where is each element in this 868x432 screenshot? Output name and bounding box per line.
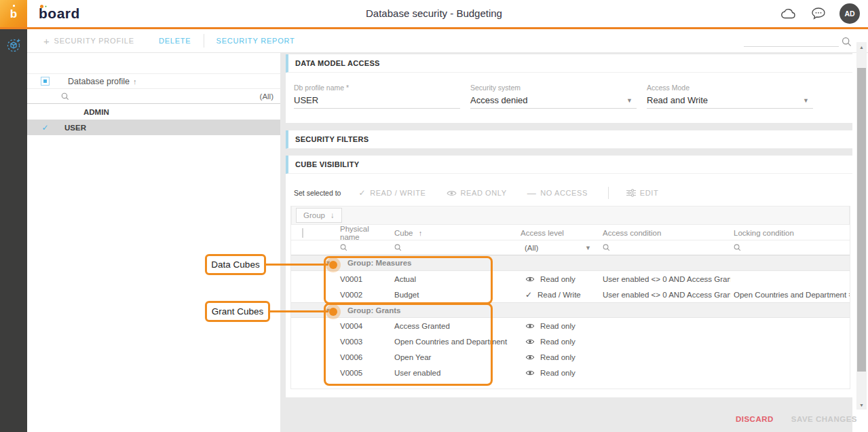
cube-row-v0002[interactable]: V0002 Budget ✓Read / Write User enabled …: [291, 287, 850, 302]
profiles-panel: Database profile ↑ (All) ADMIN ✓ USER: [27, 53, 280, 432]
left-rail: [0, 29, 27, 432]
plus-icon: +: [43, 35, 50, 47]
chat-icon[interactable]: [810, 5, 827, 22]
vertical-scrollbar[interactable]: ▲ ▼: [856, 42, 867, 410]
chevron-down-icon: ▼: [626, 97, 637, 104]
col-access-condition[interactable]: Access condition: [599, 229, 730, 237]
sliders-icon: [626, 189, 636, 197]
cube-visibility-header[interactable]: CUBE VISIBILITY: [286, 156, 852, 174]
collapse-caret-icon[interactable]: ▼: [325, 259, 331, 266]
profiles-column-header[interactable]: Database profile: [68, 77, 130, 86]
eye-icon: [525, 370, 535, 376]
cloud-icon[interactable]: [780, 5, 797, 22]
col-access-level[interactable]: Access level: [518, 229, 599, 237]
read-write-button[interactable]: ✓ READ / WRITE: [358, 188, 426, 198]
add-security-profile-button[interactable]: + SECURITY PROFILE: [31, 29, 147, 52]
action-toolbar: + SECURITY PROFILE DELETE SECURITY REPOR…: [27, 29, 868, 53]
save-changes-button[interactable]: SAVE CHANGES: [791, 415, 857, 423]
eye-icon: [525, 323, 535, 329]
scroll-up-icon[interactable]: ▲: [856, 42, 867, 52]
col-physical-name[interactable]: Physical name: [324, 225, 388, 241]
user-avatar[interactable]: AD: [839, 3, 860, 24]
profiles-filter-row: (All): [27, 89, 280, 104]
read-only-button[interactable]: READ ONLY: [447, 189, 507, 197]
minus-icon: —: [527, 188, 537, 198]
data-model-access-card: DATA MODEL ACCESS Db profile name * USER…: [286, 54, 852, 123]
db-profile-name-label: Db profile name *: [294, 84, 470, 92]
security-filters-title: SECURITY FILTERS: [295, 135, 369, 143]
physical-filter-search-icon[interactable]: [324, 244, 388, 251]
data-model-icon[interactable]: [5, 36, 22, 54]
access-mode-field: Access Mode Read and Write ▼: [647, 84, 823, 109]
cube-row-v0006[interactable]: V0006 Open Year Read only: [291, 349, 850, 365]
col-locking-condition[interactable]: Locking condition: [730, 229, 850, 237]
profile-row-admin[interactable]: ADMIN: [27, 104, 280, 120]
cube-row-v0004[interactable]: V0004 Access Granted Read only: [291, 318, 850, 334]
cube-table: Group ↓ Physical name Cube ↑ Access leve…: [290, 206, 850, 389]
access-mode-dropdown[interactable]: Read and Write ▼: [647, 95, 813, 109]
select-all-checkbox[interactable]: [41, 77, 50, 86]
chevron-down-icon: ▼: [803, 97, 813, 104]
chevron-down-icon: ▼: [585, 245, 599, 251]
app-window: b board Database security - Budgeting AD…: [0, 0, 868, 432]
group-by-chip[interactable]: Group ↓: [296, 208, 342, 223]
edit-button[interactable]: EDIT: [626, 189, 658, 197]
security-system-label: Security system: [470, 84, 647, 92]
group-row-grants[interactable]: ▼ Group: Grants: [291, 302, 850, 318]
cube-table-header-row: Physical name Cube ↑ Access level Access…: [291, 225, 850, 240]
eye-icon: [525, 276, 535, 283]
security-system-dropdown[interactable]: Access denied ▼: [470, 95, 637, 109]
delete-button[interactable]: DELETE: [147, 29, 204, 52]
cube-visibility-card: CUBE VISIBILITY Set selected to ✓ READ /…: [286, 156, 852, 397]
toolbar-divider: [608, 187, 609, 199]
cube-row-v0003[interactable]: V0003 Open Countries and Department Read…: [291, 334, 850, 349]
data-model-access-header: DATA MODEL ACCESS: [286, 54, 852, 73]
search-icon[interactable]: [842, 37, 852, 47]
access-condition-filter-search-icon[interactable]: [599, 244, 730, 251]
set-selected-toolbar: Set selected to ✓ READ / WRITE READ ONLY…: [294, 187, 679, 199]
top-header: b board Database security - Budgeting AD: [0, 0, 868, 29]
discard-button[interactable]: DISCARD: [736, 415, 774, 423]
page-title: Database security - Budgeting: [0, 7, 868, 19]
security-system-field: Security system Access denied ▼: [470, 84, 647, 109]
sort-desc-icon: ↓: [331, 211, 335, 219]
eye-icon: [447, 190, 457, 197]
check-icon: ✓: [358, 188, 366, 198]
sort-asc-icon[interactable]: ↑: [133, 77, 137, 86]
scrollbar-thumb[interactable]: [857, 68, 866, 372]
access-level-filter-dropdown[interactable]: (All)▼: [518, 244, 599, 252]
check-icon: ✓: [525, 290, 532, 300]
toolbar-search-input[interactable]: [744, 35, 839, 47]
security-filters-section[interactable]: SECURITY FILTERS: [286, 130, 852, 149]
profiles-filter-all[interactable]: (All): [260, 92, 273, 101]
access-mode-label: Access Mode: [647, 84, 823, 92]
sort-asc-icon: ↑: [419, 229, 423, 237]
cube-table-filter-row: (All)▼: [291, 240, 850, 255]
group-row-measures[interactable]: ▼ Group: Measures: [291, 255, 850, 271]
cube-row-v0001[interactable]: V0001 Actual Read only User enabled <> 0…: [291, 271, 850, 287]
eye-icon: [525, 338, 535, 345]
cube-row-v0005[interactable]: V0005 User enabled Read only: [291, 365, 850, 380]
cube-filter-search-icon[interactable]: [388, 244, 518, 251]
profiles-header-row: Database profile ↑: [27, 73, 280, 89]
locking-condition-filter-search-icon[interactable]: [730, 244, 850, 251]
set-selected-label: Set selected to: [294, 189, 341, 197]
db-profile-name-field: Db profile name * USER: [294, 84, 470, 109]
main-content: DATA MODEL ACCESS Db profile name * USER…: [280, 53, 852, 432]
eye-icon: [525, 354, 535, 361]
collapse-caret-icon[interactable]: ▼: [325, 307, 331, 314]
db-profile-name-input[interactable]: USER: [294, 95, 460, 109]
group-by-bar: Group ↓: [291, 206, 850, 225]
no-access-button[interactable]: — NO ACCESS: [527, 188, 588, 198]
scroll-down-icon[interactable]: ▼: [856, 400, 867, 410]
col-cube[interactable]: Cube ↑: [388, 229, 518, 237]
profile-filter-search-icon[interactable]: [61, 92, 69, 101]
security-report-button[interactable]: SECURITY REPORT: [204, 29, 307, 52]
select-all-cubes-checkbox[interactable]: [302, 228, 303, 238]
profile-row-user[interactable]: ✓ USER: [27, 120, 280, 135]
check-icon[interactable]: ✓: [41, 123, 50, 132]
